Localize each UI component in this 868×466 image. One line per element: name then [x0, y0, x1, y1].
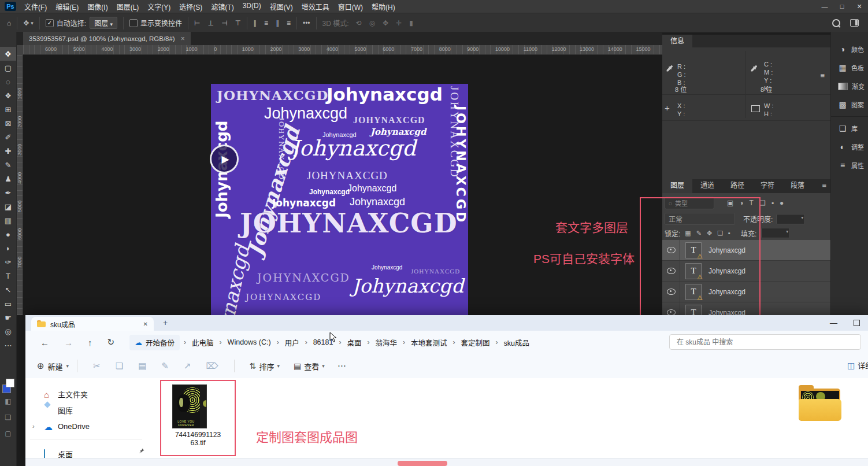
align-icon[interactable]: ⊤ — [235, 19, 240, 27]
document-tab[interactable]: 3539953567.psd @ 100% (Johynaxcgd, RGB/8… — [23, 32, 191, 45]
opacity-value[interactable] — [776, 214, 805, 224]
document-close-icon[interactable]: × — [181, 35, 185, 43]
distribute-icon[interactable]: ∥ — [276, 19, 279, 27]
dodge-tool[interactable]: ◗ — [0, 241, 16, 255]
panel-tab[interactable]: 图层 — [662, 179, 692, 193]
menu-item[interactable]: 文件(F) — [24, 2, 47, 12]
breadcrumb-item[interactable]: 翁海华 — [371, 335, 401, 350]
color-panel-icon[interactable]: ◑ 颜色 — [831, 40, 868, 58]
panel-menu-icon[interactable]: ≡ — [820, 71, 825, 80]
marquee-tool[interactable]: ▢ — [0, 61, 16, 75]
sidebar-item-gallery[interactable]: 图库 — [25, 402, 147, 417]
libraries-panel-icon[interactable]: ❏ 库 — [831, 119, 868, 138]
home-icon[interactable]: ⌂ — [7, 19, 11, 27]
dragged-folder-icon[interactable] — [799, 385, 843, 423]
up-icon[interactable]: ↑ — [88, 338, 92, 347]
healing-brush-tool[interactable]: ✚ — [0, 144, 16, 158]
share-icon[interactable]: ↗ — [184, 361, 191, 371]
frame-tool[interactable]: ⊠ — [0, 116, 16, 130]
auto-select-checkbox[interactable]: ✓ — [46, 19, 54, 27]
menu-item[interactable]: 选择(S) — [179, 2, 202, 12]
menu-item[interactable]: 图像(I) — [87, 2, 107, 12]
lasso-tool[interactable]: ◌ — [0, 75, 16, 88]
screen-mode-icon[interactable]: ▢ — [5, 430, 11, 438]
file-thumbnail[interactable]: LOVE YOU FOREVER — [172, 384, 207, 428]
back-icon[interactable]: ← — [40, 338, 49, 347]
swatches-panel-icon[interactable]: ▦ 色板 — [831, 58, 868, 77]
breadcrumb-item[interactable]: 桌面 — [343, 335, 365, 350]
mask-mode-icon[interactable]: ◧ — [5, 397, 11, 405]
search-input[interactable] — [669, 334, 861, 350]
menu-item[interactable]: 视图(V) — [270, 2, 293, 12]
fill-value[interactable] — [761, 228, 790, 238]
menu-item[interactable]: 文字(Y) — [147, 2, 170, 12]
minimize-button[interactable]: — — [830, 319, 837, 327]
hand-tool[interactable]: ☛ — [0, 310, 16, 324]
details-pane-button[interactable]: ◫ 详细信息 — [847, 360, 868, 371]
maximize-button[interactable] — [854, 320, 860, 326]
distribute-icon[interactable]: ∥ — [253, 19, 257, 27]
menu-item[interactable]: 编辑(E) — [55, 2, 79, 12]
crop-tool[interactable]: ⊞ — [0, 102, 16, 116]
search-icon[interactable] — [832, 19, 840, 27]
path-select-tool[interactable]: ↖ — [0, 283, 16, 297]
panel-tab[interactable]: 路径 — [722, 179, 752, 193]
properties-panel-icon[interactable]: ≡ 属性 — [831, 156, 868, 175]
menu-item[interactable]: 窗口(W) — [338, 2, 363, 12]
clone-stamp-tool[interactable]: ♟ — [0, 172, 16, 186]
align-icon[interactable]: ⊣ — [221, 19, 227, 27]
workspace-icon[interactable] — [850, 19, 859, 27]
copy-icon[interactable]: ❏ — [116, 361, 123, 371]
layer-filter-icon[interactable]: ▪ — [771, 199, 774, 207]
menu-item[interactable]: 3D(D) — [243, 2, 261, 12]
chevron-down-icon[interactable]: ▾ — [31, 20, 34, 26]
close-button[interactable]: ✕ — [851, 0, 868, 13]
forward-icon[interactable]: → — [64, 338, 73, 347]
menu-item[interactable]: 增效工具 — [302, 2, 329, 12]
delete-icon[interactable]: ⌦ — [206, 361, 218, 371]
video-play-button[interactable]: ▶ — [210, 145, 239, 173]
refresh-icon[interactable]: ↻ — [107, 337, 115, 347]
distribute-icon[interactable]: ≡ — [264, 19, 268, 27]
foreground-color-swatch[interactable] — [6, 379, 14, 387]
new-tab-button[interactable]: + — [163, 318, 168, 327]
breadcrumb-item[interactable]: 套定制图 — [457, 335, 494, 350]
gradient-tool[interactable]: ▥ — [0, 213, 16, 227]
menu-item[interactable]: 帮助(H) — [372, 2, 395, 12]
sort-button[interactable]: ⇅ 排序 ▾ — [250, 361, 280, 372]
shape-tool[interactable]: ▭ — [0, 297, 16, 310]
minimize-button[interactable]: — — [816, 0, 833, 13]
tab-info[interactable]: 信息 — [662, 35, 692, 47]
file-name-line2[interactable]: 63.tif — [161, 439, 235, 447]
zoom-tool[interactable]: ◎ — [0, 324, 16, 338]
file-name-line1[interactable]: 744146991123 — [161, 431, 235, 439]
breadcrumb-backup[interactable]: ☁ 开始备份 — [129, 335, 180, 350]
sidebar-item-onedrive[interactable]: › ☁ OneDrive — [25, 419, 147, 434]
patterns-panel-icon[interactable]: ▩ 图案 — [831, 95, 868, 114]
move-tool[interactable]: ✥ — [0, 47, 16, 61]
adjustments-panel-icon[interactable]: ◐ 调整 — [831, 138, 868, 156]
more-options-icon[interactable]: ••• — [303, 19, 310, 27]
menu-item[interactable]: 图层(L) — [117, 2, 139, 12]
breadcrumb-item[interactable]: 本地套测试 — [407, 335, 451, 350]
brush-tool[interactable]: ✎ — [0, 158, 16, 172]
breadcrumb-item[interactable]: 此电脑 — [188, 335, 218, 350]
sidebar-item-home[interactable]: ⌂ 主文件夹 — [25, 386, 147, 401]
cut-icon[interactable]: ✂ — [93, 361, 101, 371]
more-tools[interactable]: ⋯ — [0, 338, 16, 352]
breadcrumb-item[interactable]: 用户 — [281, 335, 303, 350]
quick-mask-icon[interactable]: ❏ — [5, 413, 12, 421]
panel-tab[interactable]: 段落 — [782, 179, 813, 193]
eraser-tool[interactable]: ◪ — [0, 199, 16, 213]
gradients-panel-icon[interactable]: 渐变 — [831, 77, 868, 95]
chevron-right-icon[interactable]: › — [32, 423, 35, 430]
menu-item[interactable]: 滤镜(T) — [211, 2, 233, 12]
panel-menu-icon[interactable]: ≡ — [822, 181, 826, 190]
history-brush-tool[interactable]: ✒ — [0, 186, 16, 199]
auto-select-dropdown[interactable]: 图层 ▾ — [90, 17, 117, 29]
paste-icon[interactable]: ▤ — [138, 361, 146, 371]
breadcrumb-item[interactable]: sku成品 — [499, 335, 533, 350]
new-button[interactable]: ⊕ 新建 ▾ — [37, 361, 69, 372]
view-button[interactable]: ▤ 查看 ▾ — [294, 361, 325, 372]
distribute-icon[interactable]: ≡ — [287, 19, 291, 27]
